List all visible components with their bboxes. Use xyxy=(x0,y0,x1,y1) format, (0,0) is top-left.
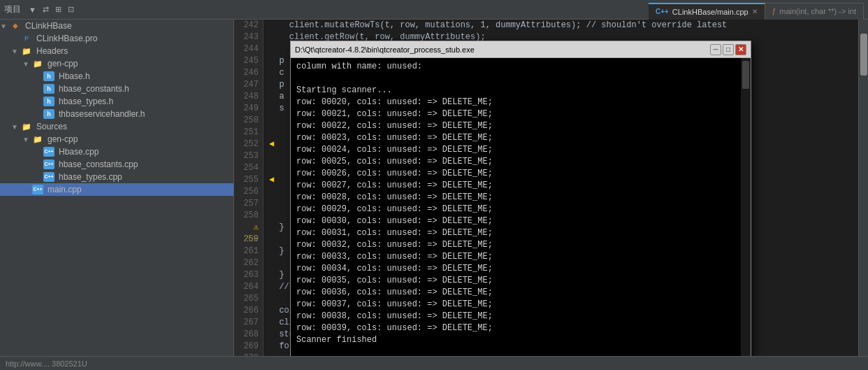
line-number: 269 xyxy=(238,341,259,353)
line-number: 265 xyxy=(238,293,259,305)
popup-body[interactable]: column with name: unused: Starting scann… xyxy=(291,58,741,356)
terminal-line: row: 00022, cols: unused: => DELETE_ME; xyxy=(296,120,735,132)
tree-item[interactable]: hhbase_types.h xyxy=(0,95,233,108)
tree-item[interactable]: C++hbase_types.cpp xyxy=(0,171,233,183)
tab-bar: C++ CLinkHBase/main.cpp ✕ ƒ main(int, ch… xyxy=(649,0,864,20)
status-text: http://www.... 3802521U xyxy=(6,360,87,368)
tree-item-label: hbase_types.cpp xyxy=(59,172,122,182)
tab-main-cpp-close[interactable]: ✕ xyxy=(752,8,758,15)
tree-item[interactable]: C++main.cpp xyxy=(0,183,233,196)
status-bar: http://www.... 3802521U xyxy=(0,356,868,370)
tree-icon-h: h xyxy=(43,71,55,81)
editor-area: 2422432442452462472482492502512522532542… xyxy=(234,20,868,356)
terminal-line: row: 00027, cols: unused: => DELETE_ME; xyxy=(296,180,735,192)
tree-icon-project: ◆ xyxy=(10,21,21,31)
tree-item-label: hbase_types.h xyxy=(59,97,113,106)
line-number: 256 xyxy=(238,186,259,198)
tree-icon-h: h xyxy=(43,109,55,119)
terminal-line: row: 00033, cols: unused: => DELETE_ME; xyxy=(296,251,735,263)
tree-icon-h: h xyxy=(43,97,55,106)
tree-arrow: ▼ xyxy=(0,22,10,30)
editor-scrollbar[interactable] xyxy=(858,20,868,356)
editor-scrollbar-thumb[interactable] xyxy=(860,34,867,76)
tree-item-label: Hbase.cpp xyxy=(59,147,99,157)
tree-item-label: CLinkHBase.pro xyxy=(36,34,97,43)
line-number: 262 xyxy=(238,257,259,269)
terminal-line: row: 00036, cols: unused: => DELETE_ME; xyxy=(296,287,735,299)
terminal-line: row: 00023, cols: unused: => DELETE_ME; xyxy=(296,132,735,144)
line-number: 266 xyxy=(238,305,259,317)
tree-item[interactable]: hHbase.h xyxy=(0,70,233,83)
code-line: client.mutateRowTs(t, row, mutations, 1,… xyxy=(269,20,853,31)
tree-item[interactable]: ▼📁gen-cpp xyxy=(0,57,233,70)
tab-main-cpp[interactable]: C++ CLinkHBase/main.cpp ✕ xyxy=(649,3,765,20)
terminal-line: row: 00034, cols: unused: => DELETE_ME; xyxy=(296,263,735,275)
popup-scrollbar[interactable] xyxy=(741,58,751,356)
line-number: 260 xyxy=(238,234,259,246)
project-tree[interactable]: ▼◆CLinkHBasePCLinkHBase.pro▼📁Headers▼📁ge… xyxy=(0,20,234,356)
line-number: 270 xyxy=(238,353,259,356)
tree-item[interactable]: ▼📁Headers xyxy=(0,45,233,57)
tree-item-label: thbaseservicehandler.h xyxy=(59,109,145,119)
tree-item-label: hbase_constants.cpp xyxy=(59,159,138,169)
tab-func-label: main(int, char **) -> int xyxy=(779,7,856,15)
tree-arrow: ▼ xyxy=(11,123,21,131)
tree-item-label: main.cpp xyxy=(48,185,82,194)
popup-title-text: D:\Qt\qtcreator-4.8.2\bin\qtcreator_proc… xyxy=(295,45,709,54)
line-number: 261 xyxy=(238,246,259,257)
line-number: 253 xyxy=(238,150,259,162)
tree-item[interactable]: ▼📁Sources xyxy=(0,120,233,133)
tree-item[interactable]: PCLinkHBase.pro xyxy=(0,32,233,45)
tab-func[interactable]: ƒ main(int, char **) -> int xyxy=(765,3,864,20)
tree-item-label: gen-cpp xyxy=(48,134,78,144)
line-number: 252 xyxy=(238,138,259,150)
tree-icon-pro: P xyxy=(21,34,32,43)
toolbar-grid-btn[interactable]: ⊞ xyxy=(53,4,64,15)
tree-item-label: Headers xyxy=(36,46,68,56)
tree-icon-folder: 📁 xyxy=(32,134,43,144)
tree-item[interactable]: hthbaseservicehandler.h xyxy=(0,108,233,120)
tree-item[interactable]: C++Hbase.cpp xyxy=(0,145,233,158)
line-number: 264 xyxy=(238,281,259,293)
tree-arrow: ▼ xyxy=(22,60,32,68)
popup-minimize-btn[interactable]: ─ xyxy=(710,44,721,55)
terminal-line: row: 00031, cols: unused: => DELETE_ME; xyxy=(296,227,735,239)
tab-func-icon: ƒ xyxy=(772,8,776,15)
line-number: 248 xyxy=(238,91,259,103)
terminal-line xyxy=(296,73,735,85)
tree-item-label: gen-cpp xyxy=(48,59,78,69)
toolbar-collapse-btn[interactable]: ⊡ xyxy=(66,4,76,15)
tree-item[interactable]: ▼◆CLinkHBase xyxy=(0,20,233,32)
line-numbers: 2422432442452462472482492502512522532542… xyxy=(234,20,263,356)
tree-item[interactable]: C++hbase_constants.cpp xyxy=(0,158,233,171)
toolbar-filter-btn[interactable]: ▼ xyxy=(27,5,38,15)
main-area: ▼◆CLinkHBasePCLinkHBase.pro▼📁Headers▼📁ge… xyxy=(0,20,868,356)
toolbar-title: 项目 xyxy=(4,3,21,15)
popup-window[interactable]: D:\Qt\qtcreator-4.8.2\bin\qtcreator_proc… xyxy=(290,41,751,356)
line-number: 268 xyxy=(238,329,259,341)
toolbar-sync-btn[interactable]: ⇄ xyxy=(41,4,51,15)
popup-close-btn[interactable]: ✕ xyxy=(735,44,746,55)
terminal-line: row: 00025, cols: unused: => DELETE_ME; xyxy=(296,156,735,168)
tab-main-cpp-label: CLinkHBase/main.cpp xyxy=(672,8,748,16)
tree-arrow: ▼ xyxy=(22,136,32,143)
line-number: 267 xyxy=(238,317,259,329)
tree-item[interactable]: hhbase_constants.h xyxy=(0,83,233,95)
terminal-line: row: 00038, cols: unused: => DELETE_ME; xyxy=(296,311,735,322)
terminal-line: row: 00021, cols: unused: => DELETE_ME; xyxy=(296,108,735,120)
terminal-line: row: 00032, cols: unused: => DELETE_ME; xyxy=(296,239,735,251)
tree-item-label: Sources xyxy=(36,122,67,131)
tree-item[interactable]: ▼📁gen-cpp xyxy=(0,133,233,145)
tree-icon-cpp: C++ xyxy=(43,147,55,157)
line-number: ⚠ 259 xyxy=(238,222,259,234)
terminal-line: column with name: unused: xyxy=(296,61,735,73)
terminal-line: row: 00020, cols: unused: => DELETE_ME; xyxy=(296,97,735,108)
terminal-line: row: 00029, cols: unused: => DELETE_ME; xyxy=(296,204,735,215)
line-number: 242 xyxy=(238,20,259,31)
popup-maximize-btn[interactable]: □ xyxy=(723,44,734,55)
line-number: 245 xyxy=(238,55,259,67)
tree-item-label: Hbase.h xyxy=(59,71,90,81)
tree-icon-cpp: C++ xyxy=(43,159,55,169)
line-number: 257 xyxy=(238,198,259,210)
tree-arrow: ▼ xyxy=(11,48,21,55)
